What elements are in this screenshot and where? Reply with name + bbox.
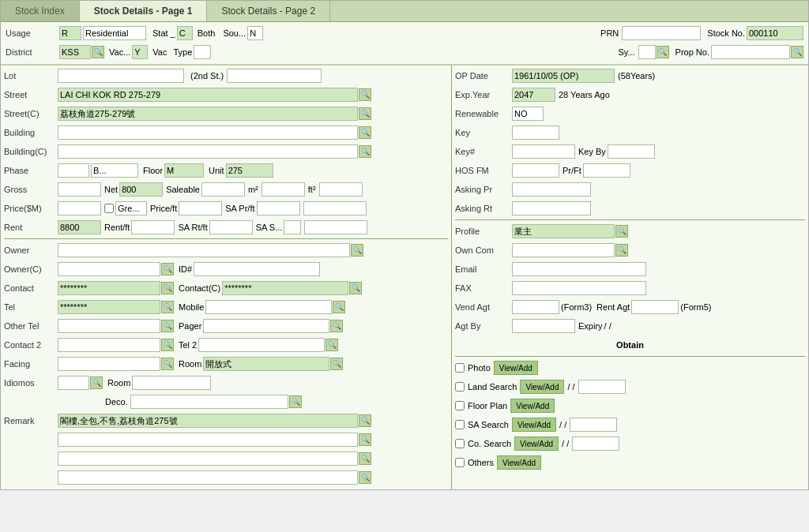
- pager-input[interactable]: [203, 319, 329, 333]
- floor-plan-checkbox[interactable]: [455, 401, 465, 410]
- sy-input[interactable]: [638, 45, 656, 59]
- tel-search-btn[interactable]: 🔍: [161, 301, 174, 313]
- key-input[interactable]: [512, 126, 559, 140]
- remark3-input[interactable]: [58, 451, 358, 466]
- tel2-search-btn[interactable]: 🔍: [325, 339, 338, 351]
- agt-by-input[interactable]: [512, 319, 575, 333]
- remark2-search-btn[interactable]: 🔍: [359, 433, 371, 446]
- tel2-input[interactable]: [198, 338, 325, 352]
- key-by-input[interactable]: [608, 144, 655, 159]
- street-input[interactable]: LAI CHI KOK RD 275-279: [58, 88, 358, 102]
- ft2-input[interactable]: [319, 182, 363, 197]
- district-search-btn[interactable]: 🔍: [92, 46, 104, 58]
- sa-search-view-add-btn[interactable]: View/Add: [512, 418, 556, 432]
- contact-c-input[interactable]: ********: [222, 281, 348, 295]
- profile-input[interactable]: 業主: [512, 224, 615, 238]
- exp-year-input[interactable]: 2047: [512, 88, 555, 102]
- room-input[interactable]: 開放式: [203, 357, 329, 371]
- room-search-btn[interactable]: 🔍: [330, 358, 343, 370]
- key-hash-input[interactable]: [512, 144, 575, 159]
- floor-plan-view-add-btn[interactable]: View/Add: [510, 399, 555, 413]
- prop-no-input[interactable]: [711, 45, 790, 59]
- gre-input[interactable]: Gre...: [115, 201, 147, 215]
- sou-input[interactable]: N: [247, 26, 263, 40]
- street-c-input[interactable]: 荔枝角道275-279號: [58, 107, 358, 121]
- phase-input[interactable]: [58, 163, 89, 178]
- profile-search-btn[interactable]: 🔍: [615, 225, 628, 238]
- second-st-input[interactable]: [227, 69, 322, 83]
- building-c-input[interactable]: [58, 144, 358, 159]
- usage-code-input[interactable]: R: [59, 26, 81, 40]
- tel-input[interactable]: ********: [58, 300, 160, 314]
- price-input[interactable]: [58, 201, 101, 215]
- renewable-input[interactable]: NO: [512, 107, 544, 121]
- gre-checkbox[interactable]: [104, 204, 114, 213]
- tab-stock-details-p1[interactable]: Stock Details - Page 1: [80, 1, 208, 21]
- mobile-search-btn[interactable]: 🔍: [333, 301, 345, 313]
- op-date-input[interactable]: 1961/10/05 (OP): [512, 69, 615, 83]
- deco-search-btn[interactable]: 🔍: [289, 395, 302, 408]
- owner-search-btn[interactable]: 🔍: [351, 244, 363, 257]
- contact-c-search-btn[interactable]: 🔍: [349, 282, 362, 294]
- others-view-add-btn[interactable]: View/Add: [497, 455, 541, 470]
- land-search-view-add-btn[interactable]: View/Add: [520, 380, 564, 394]
- rent-agt-input[interactable]: [631, 300, 679, 314]
- idiomos-search-btn[interactable]: 🔍: [90, 377, 103, 389]
- id-hash-input[interactable]: [194, 262, 320, 276]
- vend-agt-input[interactable]: [512, 300, 559, 314]
- land-search-date-input[interactable]: [578, 380, 626, 394]
- type-input[interactable]: [194, 45, 211, 59]
- remark2-input[interactable]: [58, 433, 358, 447]
- sa-pr-ft-extra-input[interactable]: [303, 201, 367, 215]
- contact2-input[interactable]: [58, 338, 160, 352]
- photo-checkbox[interactable]: [455, 363, 465, 373]
- owner-input[interactable]: [58, 243, 350, 257]
- other-tel-search-btn[interactable]: 🔍: [161, 320, 174, 332]
- sa-search-date-input[interactable]: [570, 418, 617, 432]
- asking-rt-input[interactable]: [512, 201, 591, 215]
- vac-input[interactable]: Y: [132, 45, 148, 59]
- price-ft-input[interactable]: [179, 201, 222, 215]
- facing-search-btn[interactable]: 🔍: [161, 358, 174, 370]
- remark-input[interactable]: 閣樓,全包,不售,荔枝角道275號: [58, 414, 358, 428]
- land-search-checkbox[interactable]: [455, 382, 465, 392]
- idiomos-input[interactable]: [58, 376, 89, 390]
- street-search-btn[interactable]: 🔍: [359, 88, 371, 101]
- sa-rt-ft-input[interactable]: [209, 220, 253, 234]
- others-checkbox[interactable]: [455, 458, 465, 467]
- b-input[interactable]: B...: [91, 163, 138, 178]
- asking-pr-input[interactable]: [512, 182, 591, 197]
- stat-input[interactable]: C: [177, 26, 193, 40]
- building-input[interactable]: [58, 126, 358, 140]
- room2-input[interactable]: [132, 376, 211, 390]
- other-tel-input[interactable]: [58, 319, 160, 333]
- tab-stock-index[interactable]: Stock Index: [1, 1, 80, 21]
- contact-search-btn[interactable]: 🔍: [161, 282, 174, 294]
- stock-no-input[interactable]: 000110: [747, 26, 803, 40]
- co-search-date-input[interactable]: [572, 436, 619, 451]
- floor-input[interactable]: M: [164, 163, 204, 178]
- owner-c-search-btn[interactable]: 🔍: [161, 263, 174, 275]
- tab-stock-details-p2[interactable]: Stock Details - Page 2: [207, 1, 330, 21]
- co-search-checkbox[interactable]: [455, 439, 465, 448]
- building-search-btn[interactable]: 🔍: [359, 126, 371, 139]
- contact-input[interactable]: ********: [58, 281, 160, 295]
- saleable-input[interactable]: [201, 182, 245, 197]
- rent-ft-input[interactable]: [131, 220, 175, 234]
- photo-view-add-btn[interactable]: View/Add: [494, 361, 538, 375]
- own-com-search-btn[interactable]: 🔍: [615, 244, 628, 257]
- fax-input[interactable]: [512, 281, 646, 295]
- net-input[interactable]: 800: [119, 182, 163, 197]
- building-c-search-btn[interactable]: 🔍: [359, 145, 371, 158]
- usage-desc-input[interactable]: Residential: [83, 26, 146, 40]
- sa-pr-ft-input[interactable]: [257, 201, 300, 215]
- m2-input[interactable]: [262, 182, 305, 197]
- prn-input[interactable]: [622, 26, 701, 40]
- remark-search-btn[interactable]: 🔍: [359, 414, 371, 427]
- remark3-search-btn[interactable]: 🔍: [359, 452, 371, 465]
- district-input[interactable]: KSS: [59, 45, 91, 59]
- contact2-search-btn[interactable]: 🔍: [161, 339, 174, 351]
- pager-search-btn[interactable]: 🔍: [330, 320, 343, 332]
- gross-input[interactable]: [58, 182, 101, 197]
- deco-input[interactable]: [130, 395, 288, 409]
